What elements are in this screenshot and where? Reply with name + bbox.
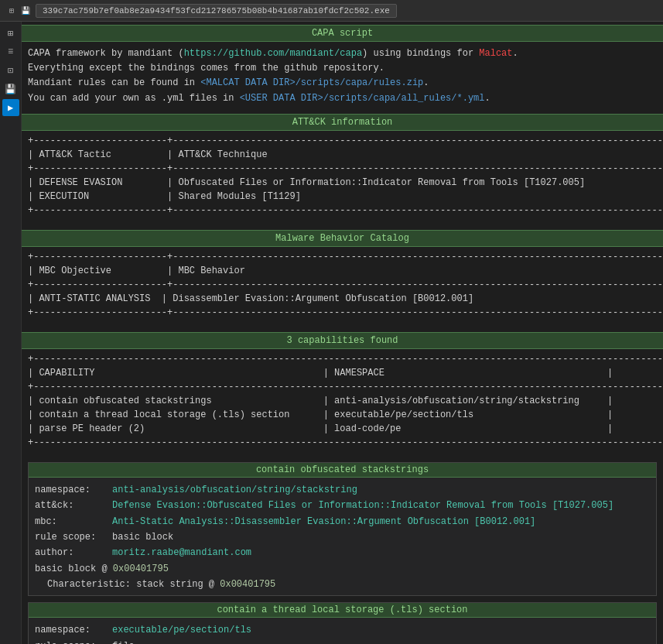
attck-label-1: att&ck: (35, 498, 112, 513)
detail-row-scope-2: rule scope: file (35, 639, 650, 644)
scope-value-1: basic block (112, 529, 173, 545)
capabilities-table: +---------------------------------------… (22, 352, 663, 450)
content-area: CAPA script CAPA framework by mandiant (… (22, 22, 663, 644)
author-value-1: moritz.raabe@mandiant.com (112, 545, 251, 560)
capa-link[interactable]: https://github.com/mandiant/capa (184, 48, 362, 59)
title-bar-icons: ⊞ 💾 (6, 5, 31, 16)
detail-row-mbc-1: mbc: Anti-Static Analysis::Disassembler … (35, 514, 650, 529)
capabilities-header: 3 capabilities found (22, 332, 663, 349)
attck-table: +------------------------+--------------… (22, 134, 663, 218)
cap-detail-1: contain obfuscated stackstrings namespac… (28, 462, 657, 597)
filename-display: 339c7ac759b7ef0ab8e2a9434f53fcd212786575… (36, 4, 397, 18)
info-line4: You can add your own as .yml files in <U… (28, 91, 657, 106)
new-icon[interactable]: ⊞ (6, 5, 17, 16)
scope-label-1: rule scope: (35, 529, 112, 545)
namespace-label-2: namespace: (35, 622, 112, 638)
mbc-table: +------------------------+--------------… (22, 250, 663, 320)
cap-detail-2: contain a thread local storage (.tls) se… (28, 602, 657, 644)
detail-row-author-1: author: moritz.raabe@mandiant.com (35, 545, 650, 560)
cap-detail-2-title: contain a thread local storage (.tls) se… (29, 603, 656, 618)
detail-row-scope-1: rule scope: basic block (35, 529, 650, 545)
attck-header: ATT&CK information (22, 114, 663, 131)
title-bar: ⊞ 💾 339c7ac759b7ef0ab8e2a9434f53fcd21278… (0, 0, 663, 22)
namespace-value-2: executable/pe/section/tls (112, 622, 251, 638)
info-block: CAPA framework by mandiant (https://gith… (22, 45, 663, 108)
info-line2: Everything except the bindings comes fro… (28, 61, 657, 76)
sidebar: ⊞ ≡ ⊡ 💾 ▶ (0, 22, 22, 644)
sidebar-btn-filter[interactable]: ⊡ (2, 62, 19, 79)
attck-value-1: Defense Evasion::Obfuscated Files or Inf… (112, 498, 613, 513)
detail-row-namespace-2: namespace: executable/pe/section/tls (35, 622, 650, 638)
detail-row-attck-1: att&ck: Defense Evasion::Obfuscated File… (35, 498, 650, 513)
malcat-link[interactable]: Malcat (479, 48, 512, 59)
yml-path: <USER DATA DIR>/scripts/capa/all_rules/*… (240, 93, 485, 104)
mbc-value-1: Anti-Static Analysis::Disassembler Evasi… (112, 514, 535, 529)
open-icon[interactable]: 💾 (20, 5, 31, 16)
author-label-1: author: (35, 545, 112, 560)
rules-path: <MALCAT DATA DIR>/scripts/capa/rules.zip (200, 77, 423, 88)
basic-block-hex-1: 0x00401795 (113, 564, 169, 574)
info-line1: CAPA framework by mandiant (https://gith… (28, 46, 657, 61)
detail-row-namespace-1: namespace: anti-analysis/obfuscation/str… (35, 482, 650, 498)
sidebar-btn-sort[interactable]: ≡ (2, 43, 19, 60)
scope-value-2: file (112, 639, 135, 644)
script-title: CAPA script (22, 25, 663, 42)
info-line3: Mandiant rules can be found in <MALCAT D… (28, 76, 657, 91)
sidebar-btn-grid[interactable]: ⊞ (2, 25, 19, 42)
char-hex-1: 0x00401795 (220, 579, 275, 590)
sidebar-btn-save[interactable]: 💾 (2, 80, 19, 98)
basic-block-line-1: basic block @ 0x00401795 (35, 561, 650, 577)
namespace-value-1: anti-analysis/obfuscation/string/stackst… (112, 482, 357, 498)
scope-label-2: rule scope: (35, 639, 112, 644)
namespace-label-1: namespace: (35, 482, 112, 498)
characteristic-line-1: Characteristic: stack string @ 0x0040179… (35, 577, 650, 592)
sidebar-btn-run[interactable]: ▶ (2, 99, 19, 116)
mbc-header: Malware Behavior Catalog (22, 230, 663, 247)
mbc-label-1: mbc: (35, 514, 112, 529)
main-layout: ⊞ ≡ ⊡ 💾 ▶ CAPA script CAPA framework by … (0, 22, 663, 644)
cap-detail-1-title: contain obfuscated stackstrings (29, 463, 656, 478)
